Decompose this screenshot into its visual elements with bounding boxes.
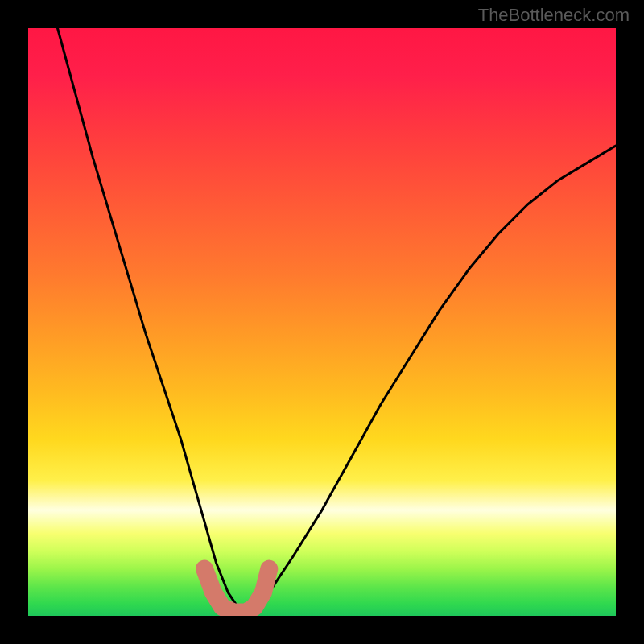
chart-plot-area [28,28,616,616]
chart-svg [28,28,616,616]
watermark-text: TheBottleneck.com [478,5,630,26]
highlight-band [204,569,269,613]
bottleneck-curve [58,28,617,610]
